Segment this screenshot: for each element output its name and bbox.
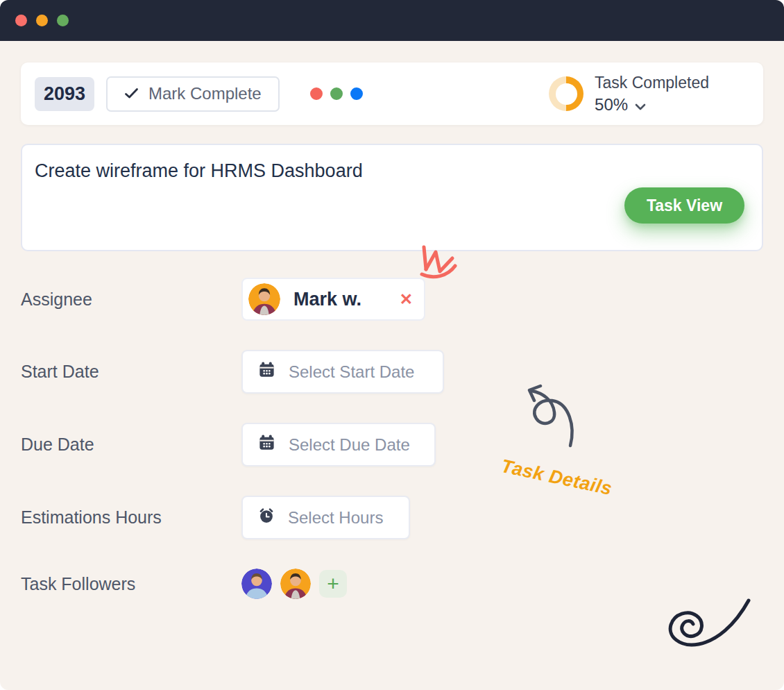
calendar-icon xyxy=(257,433,276,456)
estimation-hours-label: Estimations Hours xyxy=(21,507,241,528)
status-dot-blue[interactable] xyxy=(350,87,363,100)
task-view-button[interactable]: Task View xyxy=(624,187,744,224)
hours-picker[interactable]: Select Hours xyxy=(241,496,410,539)
swirl-decoration xyxy=(656,594,753,656)
alarm-clock-icon xyxy=(257,507,275,529)
assignee-name: Mark w. xyxy=(293,289,361,310)
traffic-light-minimize-button[interactable] xyxy=(36,15,48,26)
status-dot-red[interactable] xyxy=(310,87,323,100)
follower-avatar[interactable] xyxy=(280,569,311,599)
traffic-light-close-button[interactable] xyxy=(15,15,27,26)
add-follower-button[interactable]: + xyxy=(319,570,347,598)
app-window: 2093 Mark Complete Task Completed 50% xyxy=(0,0,784,690)
start-date-picker[interactable]: Select Start Date xyxy=(241,350,444,394)
task-progress-control[interactable]: Task Completed 50% xyxy=(549,74,709,115)
status-dot-green[interactable] xyxy=(330,87,343,100)
progress-label: Task Completed xyxy=(595,74,709,92)
followers-list: + xyxy=(241,569,347,599)
check-icon xyxy=(124,84,139,103)
window-titlebar xyxy=(0,0,784,41)
progress-percent: 50% xyxy=(595,95,628,115)
mark-complete-button[interactable]: Mark Complete xyxy=(106,76,280,112)
plus-icon: + xyxy=(327,573,339,594)
progress-donut xyxy=(549,76,583,111)
start-date-row: Start Date Select Start Date xyxy=(21,350,444,394)
due-date-placeholder: Select Due Date xyxy=(289,435,410,455)
traffic-light-zoom-button[interactable] xyxy=(57,15,69,26)
start-date-label: Start Date xyxy=(21,362,241,382)
task-details-annotation: Task Details xyxy=(500,455,614,500)
task-title-card: Create wireframe for HRMS Dashboard Task… xyxy=(21,144,763,251)
due-date-picker[interactable]: Select Due Date xyxy=(241,423,436,466)
chevron-down-icon[interactable] xyxy=(635,95,646,115)
status-color-options xyxy=(310,87,363,100)
due-date-row: Due Date Select Due Date xyxy=(21,423,444,466)
task-followers-label: Task Followers xyxy=(21,574,241,594)
assignee-avatar xyxy=(248,283,280,315)
task-detail-fields: Assignee Mark w. ✕ Start Date xyxy=(21,278,444,628)
assignee-chip[interactable]: Mark w. ✕ xyxy=(241,278,425,321)
calendar-icon xyxy=(257,360,276,383)
progress-text: Task Completed 50% xyxy=(595,74,709,115)
remove-assignee-icon[interactable]: ✕ xyxy=(400,290,413,309)
task-title[interactable]: Create wireframe for HRMS Dashboard xyxy=(35,160,363,182)
mark-complete-label: Mark Complete xyxy=(148,84,262,103)
progress-donut-hole xyxy=(556,83,577,105)
estimation-hours-row: Estimations Hours Select Hours xyxy=(21,496,444,539)
hours-placeholder: Select Hours xyxy=(288,508,383,528)
assignee-label: Assignee xyxy=(21,289,241,310)
follower-avatar[interactable] xyxy=(241,569,272,599)
task-toolbar-card: 2093 Mark Complete Task Completed 50% xyxy=(21,62,763,125)
task-followers-row: Task Followers xyxy=(21,569,444,599)
assignee-row: Assignee Mark w. ✕ xyxy=(21,278,444,321)
start-date-placeholder: Select Start Date xyxy=(289,362,414,382)
task-id-badge: 2093 xyxy=(35,77,94,111)
curved-arrow-decoration xyxy=(512,378,581,451)
due-date-label: Due Date xyxy=(21,435,241,455)
